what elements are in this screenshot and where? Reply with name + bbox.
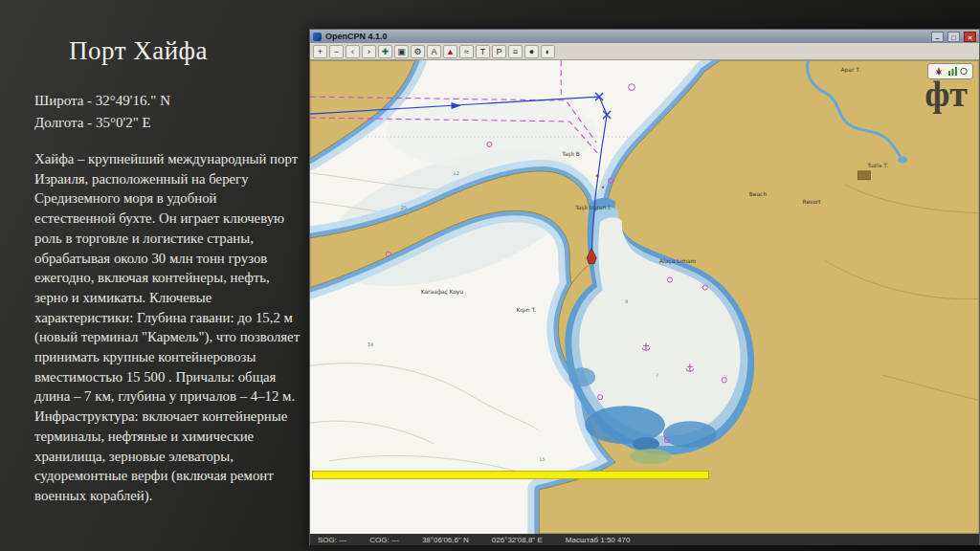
sounding: 9	[625, 298, 628, 304]
islet	[602, 186, 605, 188]
track-icon[interactable]: ●	[524, 45, 539, 58]
currents-icon[interactable]: ≈	[459, 45, 474, 58]
status-bar: SOG: --- COG: --- 38°06'06,6" N 026°32'0…	[310, 534, 979, 545]
scale-down-icon[interactable]: ‹	[345, 45, 360, 58]
cursor-longitude: 026°32'08,8" E	[492, 536, 543, 544]
sounding: 7	[656, 372, 658, 378]
sounding: 25	[401, 205, 407, 210]
slide-panel: Порт Хайфа Широта - 32°49'16." N Долгота…	[0, 0, 309, 551]
nautical-chart[interactable]: 12 25 34 15 9 7 Apar T. Tuzla T. Beach R…	[310, 60, 979, 534]
place-label: Taşlı burun I.	[574, 204, 612, 211]
zoom-in-icon[interactable]: +	[313, 45, 327, 58]
zoom-out-icon[interactable]: −	[329, 45, 344, 58]
app-icon	[313, 33, 322, 41]
highlight-bar	[312, 471, 709, 479]
place-label: Alaça Limanı	[659, 257, 696, 265]
color-scheme-icon[interactable]: ◐	[541, 45, 555, 58]
compass-widget[interactable]	[927, 63, 973, 79]
description-text: Хайфа – крупнейший международный порт Из…	[34, 149, 301, 506]
main-toolbar: + − ‹ › ✚ ▣ ⚙ A ▲ ≈ T P ≡ ● ◐	[310, 43, 979, 60]
coordinates-block: Широта - 32°49'16." N Долгота - 35°0'2" …	[34, 90, 170, 135]
place-label: Beach	[749, 190, 768, 197]
place-label: Resort	[803, 198, 822, 205]
building-symbol	[858, 171, 870, 180]
place-label: Apar T.	[840, 66, 860, 74]
sog-readout: SOG: ---	[318, 536, 346, 544]
ais-targets-icon[interactable]: ▲	[443, 45, 457, 58]
latitude-text: Широта - 32°49'16." N	[34, 90, 170, 112]
chart-scale: Масштаб 1:50 470	[566, 536, 631, 544]
settings-icon[interactable]: ⚙	[411, 45, 425, 58]
minimize-button[interactable]: –	[931, 32, 944, 42]
place-label: Kışın T.	[516, 306, 536, 314]
close-button[interactable]: ×	[964, 32, 976, 42]
sounding: 15	[539, 456, 545, 462]
tides-icon[interactable]: T	[476, 45, 490, 58]
cog-readout: COG: ---	[369, 536, 399, 544]
scale-up-icon[interactable]: ›	[362, 45, 376, 58]
place-label: Karaağaç Koyu	[421, 288, 464, 296]
window-title: OpenCPN 4.1.0	[325, 32, 388, 41]
sounding: 12	[454, 170, 459, 176]
sounding: 34	[368, 342, 373, 347]
longitude-text: Долгота - 35°0'2" E	[34, 112, 170, 134]
print-icon[interactable]: P	[492, 45, 506, 58]
create-route-icon[interactable]: ✚	[378, 45, 392, 58]
cursor-latitude: 38°06'06,6" N	[422, 536, 469, 544]
compass-icon	[931, 66, 969, 77]
place-label: Taşlı B.	[561, 150, 582, 158]
place-label: Tuzla T.	[866, 162, 888, 168]
auto-follow-icon[interactable]: ▣	[394, 45, 409, 58]
window-titlebar: OpenCPN 4.1.0 – □ ×	[310, 30, 979, 43]
show-text-icon[interactable]: A	[427, 45, 441, 58]
page-title: Порт Хайфа	[69, 36, 208, 66]
chart-app-window: OpenCPN 4.1.0 – □ × + − ‹ › ✚ ▣ ⚙ A ▲ ≈ …	[309, 29, 980, 545]
maximize-button[interactable]: □	[947, 32, 960, 42]
watermark-text: фт	[924, 74, 968, 114]
chart-canvas-area[interactable]: 12 25 34 15 9 7 Apar T. Tuzla T. Beach R…	[310, 60, 979, 534]
route-manager-icon[interactable]: ≡	[508, 45, 523, 58]
